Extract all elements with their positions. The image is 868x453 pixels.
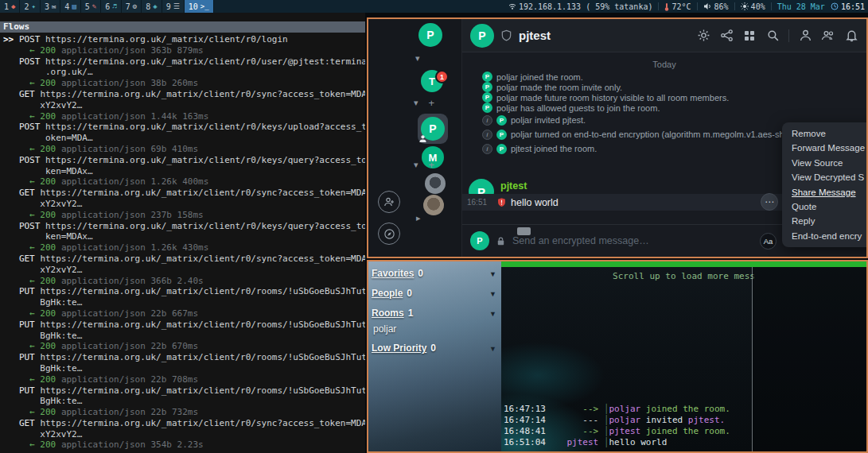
workspace-button-7[interactable]: 7⚙ — [122, 0, 142, 13]
search-icon[interactable] — [765, 29, 780, 43]
room-avatar-image[interactable] — [425, 173, 446, 194]
context-menu-item-forward-message[interactable]: Forward Message — [782, 141, 868, 155]
chat-log-line: 16:51:04 pjtest │hello world — [504, 437, 730, 448]
context-menu-item-reply[interactable]: Reply — [782, 214, 868, 228]
header-actions — [696, 29, 858, 43]
room-group-header-favorites[interactable]: Favorites0▼ — [372, 268, 496, 279]
workspace-button-2[interactable]: 2✦ — [20, 0, 40, 13]
workspace-button-3[interactable]: 3✉ — [41, 0, 60, 13]
workspace-button-5[interactable]: 5✎ — [81, 0, 101, 13]
room-group-header-rooms[interactable]: Rooms1▼ — [372, 308, 496, 319]
room-group-header-low-priority[interactable]: Low Priority0▼ — [372, 343, 496, 354]
request-url-wrap: xY2xvY2… — [3, 429, 82, 439]
flow-row[interactable]: POST https://termina.org.uk/_matrix/clie… — [3, 122, 365, 154]
flow-row[interactable]: POST https://termina.org.uk/_matrix/clie… — [3, 155, 365, 188]
format-toggle-button[interactable]: Aa — [760, 233, 777, 250]
clock-display: 16:51 — [831, 2, 865, 11]
context-menu-item-view-source[interactable]: View Source — [782, 156, 868, 170]
flow-row[interactable]: PUT https://termina.org.uk/_matrix/clien… — [3, 385, 365, 418]
invite-people-button[interactable] — [378, 191, 400, 213]
flow-row[interactable]: GET https://termina.org.uk/_matrix/clien… — [3, 89, 365, 122]
scrollbar[interactable] — [752, 267, 753, 451]
load-more-banner: Scroll up to load more mess — [501, 271, 866, 281]
date-separator: Today — [462, 60, 866, 72]
apps-grid-icon[interactable] — [742, 29, 757, 43]
context-menu-item-view-decrypted-s[interactable]: View Decrypted S — [782, 170, 868, 184]
add-room-icon[interactable]: + — [429, 160, 435, 170]
http-method: PUT — [19, 352, 41, 362]
log-timestamp: 16:51:04 — [504, 437, 546, 447]
response-status: ← 200 — [29, 45, 61, 56]
request-url: https://termina.org.uk/_matrix/client/r0… — [45, 155, 365, 165]
member-avatar-icon: P — [496, 115, 507, 126]
mitmproxy-flows-header: Flows — [0, 21, 365, 33]
user-avatar[interactable]: P — [418, 23, 442, 47]
column-separator: │ — [598, 426, 609, 436]
settings-gear-icon[interactable] — [696, 29, 710, 43]
context-menu-item-remove[interactable]: Remove — [782, 126, 868, 141]
explore-rooms-button[interactable] — [378, 223, 400, 245]
flow-row[interactable]: GET https://termina.org.uk/_matrix/clien… — [3, 188, 365, 220]
flow-row[interactable]: PUT https://termina.org.uk/_matrix/clien… — [3, 319, 365, 352]
collapse-chevron-icon[interactable]: ▾ — [415, 54, 420, 63]
response-meta: application/json 366b 2.40s — [61, 276, 204, 286]
context-menu-item-end-to-end-encry[interactable]: End-to-end encry — [782, 229, 868, 243]
request-url: https://termina.org.uk/_matrix/client/r0… — [40, 286, 365, 296]
room-avatar-image[interactable] — [423, 195, 444, 215]
request-url-wrap: xY2xvY2… — [3, 100, 82, 110]
flow-row[interactable]: POST https://termina.org.uk/_matrix/clie… — [3, 221, 365, 254]
log-prefix: --> — [546, 404, 598, 414]
room-list-item[interactable]: poljar — [373, 323, 496, 335]
request-url-wrap: xY2xvY2… — [3, 265, 82, 275]
room-group-header-people[interactable]: People0▼ — [372, 288, 496, 299]
share-icon[interactable] — [719, 29, 734, 43]
flow-row[interactable]: PUT https://termina.org.uk/_matrix/clien… — [3, 286, 365, 319]
group-count: 1 — [408, 308, 414, 319]
response-status: ← 200 — [29, 374, 61, 385]
chat-log: 16:47:13 --> │poljar joined the room.16:… — [504, 404, 730, 448]
members-people-icon[interactable] — [821, 29, 835, 43]
workspace-button-1[interactable]: 1◆ — [0, 0, 20, 13]
workspace-button-6[interactable]: 6♬ — [101, 0, 121, 13]
column-separator: │ — [598, 415, 609, 425]
room-avatar[interactable]: P — [470, 24, 494, 48]
room-group: Favorites0▼ — [372, 268, 496, 279]
workspace-button-8[interactable]: 8◈ — [142, 0, 162, 13]
flow-row[interactable]: POST https://termina.org.uk/_matrix/clie… — [3, 56, 365, 89]
timeline-event: Ppoljar made future room history visible… — [462, 92, 866, 103]
workspace-button-4[interactable]: 4▤ — [60, 0, 80, 13]
workspace-button-9[interactable]: 9☰ — [162, 0, 185, 13]
workspace-button-10[interactable]: 10>_ — [185, 0, 214, 13]
response-status: ← 200 — [29, 176, 61, 187]
context-menu-item-quote[interactable]: Quote — [782, 199, 868, 214]
request-url-wrap: oken=MDA… — [3, 133, 93, 143]
log-text: joined the room. — [640, 404, 730, 414]
chevron-down-icon[interactable]: ▾ — [414, 99, 418, 107]
http-method: GET — [19, 418, 41, 428]
add-room-icon[interactable]: + — [429, 98, 435, 108]
invite-person-icon[interactable] — [798, 29, 812, 43]
request-url: https://termina.org.uk/_matrix/client/r0… — [45, 221, 365, 231]
divider — [697, 2, 698, 10]
response-meta: application/json 22b 708ms — [61, 374, 198, 385]
flow-row[interactable]: >> POST https://termina.org.uk/_matrix/c… — [3, 34, 365, 56]
chevron-down-icon[interactable]: ▾ — [414, 161, 418, 169]
expand-panel-chevron-icon[interactable]: ▸ — [416, 214, 421, 223]
request-url: https://termina.org.uk/_matrix/client/r0… — [45, 34, 288, 45]
context-menu-item-share-message[interactable]: Share Message — [782, 185, 868, 199]
flow-row[interactable]: PUT https://termina.org.uk/_matrix/clien… — [3, 352, 365, 385]
request-url: https://termina.org.uk/_matrix/client/r0… — [45, 122, 365, 132]
notifications-bell-icon[interactable] — [844, 29, 858, 43]
response-status: ← 200 — [29, 242, 61, 253]
workspace-number: 6 — [105, 2, 110, 11]
workspace-number: 4 — [64, 2, 69, 11]
brightness-icon — [741, 2, 749, 10]
log-timestamp: 16:48:41 — [504, 426, 546, 436]
message-options-button[interactable]: ⋯ — [761, 193, 778, 211]
sender-name[interactable]: pjtest — [500, 180, 527, 192]
app-red-icon: ◆ — [11, 3, 15, 10]
http-method: GET — [19, 254, 41, 264]
flow-row[interactable]: GET https://termina.org.uk/_matrix/clien… — [3, 254, 365, 286]
selected-room-avatar[interactable]: P — [418, 114, 448, 144]
flow-row[interactable]: GET https://termina.org.uk/_matrix/clien… — [3, 418, 365, 451]
